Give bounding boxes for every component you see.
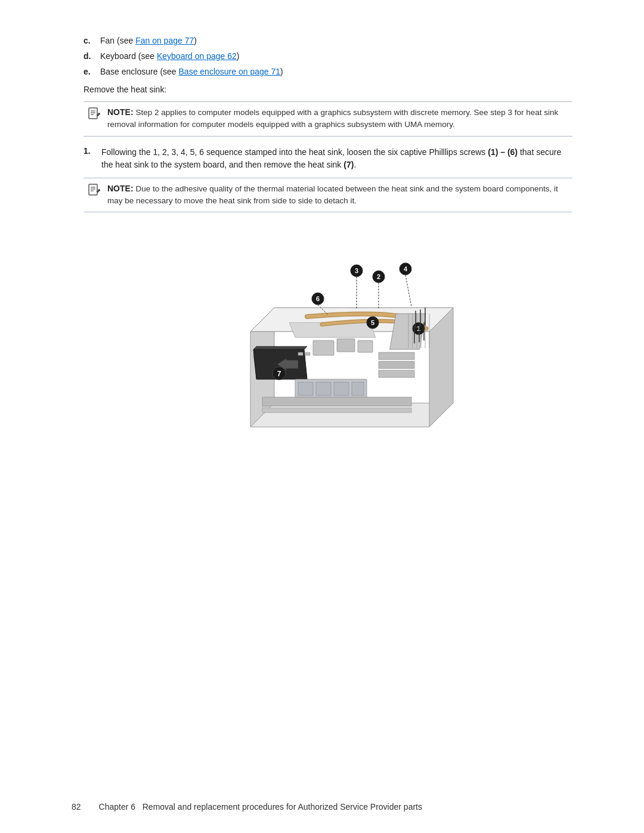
svg-rect-21 [379, 352, 414, 360]
step-1: 1. Following the 1, 2, 3, 4, 5, 6 sequen… [83, 146, 572, 172]
svg-text:2: 2 [377, 273, 380, 280]
svg-line-34 [405, 275, 411, 306]
svg-rect-18 [358, 340, 373, 352]
step-number-1: 1. [83, 146, 101, 156]
svg-rect-0 [89, 108, 97, 119]
list-text-prefix-e: Base enclosure (see [100, 67, 179, 76]
svg-text:6: 6 [316, 295, 320, 302]
note-box-2: NOTE: Due to the adhesive quality of the… [83, 178, 572, 213]
base-enclosure-link[interactable]: Base enclosure on page 71 [179, 67, 280, 76]
diagram-svg: 1 2 3 4 5 [191, 224, 465, 445]
svg-rect-22 [379, 361, 414, 368]
svg-text:3: 3 [355, 267, 358, 274]
footer-chapter-text: Chapter 6 Removal and replacement proced… [99, 802, 422, 812]
list-label-c: c. [83, 36, 100, 45]
svg-rect-54 [262, 408, 411, 413]
footer-page-number: 82 [72, 802, 81, 812]
note-icon-1 [87, 107, 101, 124]
svg-rect-20 [305, 352, 310, 355]
note-text-2-content: Due to the adhesive quality of the therm… [107, 184, 558, 205]
keyboard-link[interactable]: Keyboard on page 62 [157, 51, 237, 61]
svg-rect-50 [316, 382, 331, 395]
svg-rect-23 [379, 370, 414, 377]
content-area: c. Fan (see Fan on page 77) d. Keyboard … [83, 36, 572, 447]
note-icon-2 [87, 183, 101, 199]
svg-text:1: 1 [417, 325, 420, 332]
svg-rect-19 [298, 352, 303, 355]
svg-rect-49 [298, 382, 313, 395]
svg-rect-51 [334, 382, 349, 395]
note-label-1: NOTE: [107, 107, 134, 117]
svg-rect-4 [89, 184, 97, 195]
page-container: c. Fan (see Fan on page 77) d. Keyboard … [0, 0, 644, 833]
svg-text:4: 4 [404, 265, 408, 272]
note-label-2: NOTE: [107, 184, 134, 193]
page-footer: 82 Chapter 6 Removal and replacement pro… [0, 802, 644, 812]
list-text-prefix-c: Fan (see [100, 36, 135, 45]
svg-rect-17 [337, 339, 355, 352]
step-text-1: Following the 1, 2, 3, 4, 5, 6 sequence … [101, 146, 572, 172]
list-text-d: Keyboard (see Keyboard on page 62) [100, 51, 572, 61]
list-item-c: c. Fan (see Fan on page 77) [83, 36, 572, 45]
svg-text:5: 5 [371, 319, 374, 326]
remove-heat-sink-text: Remove the heat sink: [83, 85, 572, 94]
list-text-e: Base enclosure (see Base enclosure on pa… [100, 67, 572, 76]
list-item-e: e. Base enclosure (see Base enclosure on… [83, 67, 572, 76]
list-item-d: d. Keyboard (see Keyboard on page 62) [83, 51, 572, 61]
svg-rect-16 [313, 340, 334, 355]
list-text-c: Fan (see Fan on page 77) [100, 36, 572, 45]
fan-link[interactable]: Fan on page 77 [135, 36, 194, 45]
list-label-e: e. [83, 67, 100, 76]
svg-rect-53 [262, 397, 411, 406]
note-text-1-content: Step 2 applies to computer models equipp… [107, 108, 558, 129]
note-box-1: NOTE: Step 2 applies to computer models … [83, 101, 572, 137]
list-text-prefix-d: Keyboard (see [100, 51, 157, 61]
list-label-d: d. [83, 51, 100, 61]
svg-text:7: 7 [277, 370, 281, 378]
svg-rect-52 [352, 382, 364, 395]
heat-sink-diagram: 1 2 3 4 5 [191, 224, 465, 447]
